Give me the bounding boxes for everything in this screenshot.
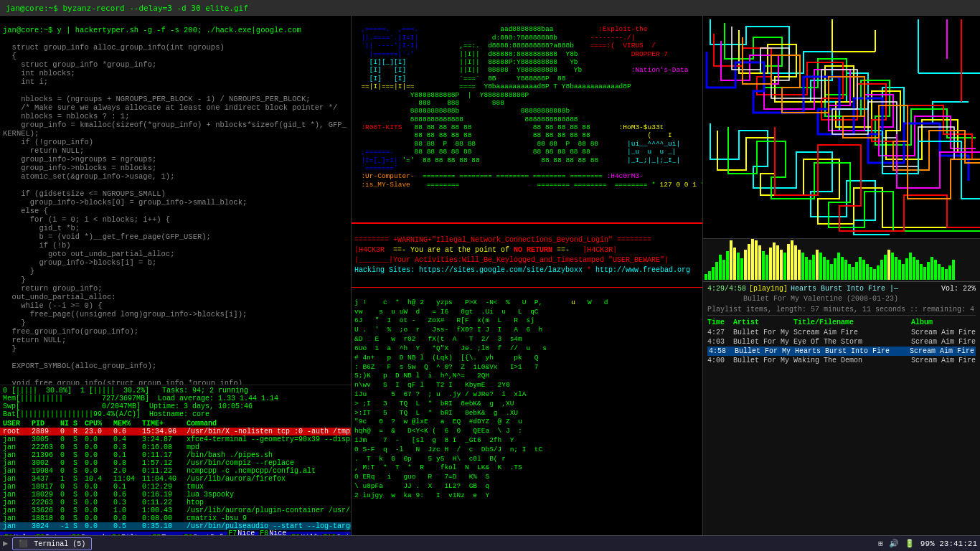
vol-bar — [758, 245, 761, 280]
vol-bar — [819, 253, 822, 280]
vol-bar — [794, 245, 797, 280]
col-time: TIME+ — [142, 420, 185, 428]
playlist-item-active: 4:58 Bullet For My Hearts Burst Into Fir… — [707, 347, 976, 356]
vol-bar — [895, 257, 897, 280]
col-cpu: CPU% — [85, 420, 112, 428]
taskbar-start-icon: ▶ — [3, 538, 8, 549]
col-time: Time — [707, 319, 730, 326]
player-panel: 4:29/4:58 [playing] Hearts Burst Into Fi… — [703, 281, 980, 535]
next-track-line: Bullet For My Valentine (2008-01-23) — [707, 295, 976, 303]
track-time: 4:00 — [707, 357, 730, 364]
vol-bar — [765, 255, 768, 280]
col-pid: PID — [32, 420, 59, 428]
track-artist: Bullet For My — [733, 357, 791, 364]
vol-bar — [798, 250, 801, 280]
nmap-svg — [703, 16, 980, 238]
proc-time: 15:34.96 — [142, 428, 185, 435]
vol-bar — [873, 269, 876, 280]
hack-ascii-art: ,=====. ,===. aad8888888baa :Exploit-the… — [352, 16, 702, 224]
topbar: jan@core:~$ byzanz-record --delay=3 -d 3… — [0, 0, 980, 16]
htop-process-row: jan3024-1S0.00.50:35.10/usr/bin/pulseaud… — [0, 522, 351, 530]
vol-bar — [719, 255, 722, 280]
vol-bar — [848, 264, 851, 280]
vol-bar — [751, 238, 754, 280]
track-title: Scream Aim Fire — [793, 329, 908, 336]
htop-f7[interactable]: F7Nice - — [225, 529, 257, 535]
col-user: USER — [3, 420, 30, 428]
vol-bar — [909, 253, 912, 280]
vol-bar — [927, 262, 930, 280]
col-title: Title/Filename — [793, 319, 908, 326]
current-track: Hearts Burst Into Fire |— — [791, 285, 938, 293]
htop-process-row: jan180290S0.00.60:16.19lua 3spooky — [0, 491, 351, 499]
vol-bar — [823, 257, 826, 280]
htop-process-row: jan213960S0.00.10:11.17/bin/bash ./pipes… — [0, 451, 351, 459]
vol-bar — [859, 257, 862, 280]
htop-swap-bar: Swp[ 0/2047MB] — [3, 402, 141, 410]
col-s: S — [73, 420, 83, 428]
col-artist: Artist — [733, 319, 791, 326]
proc-user: root — [3, 428, 30, 435]
vol-bar — [705, 274, 707, 280]
htop-process-row: jan188180S0.00.00:08.00cmatrix -bsu 9 — [0, 514, 351, 522]
player-status: [playing] — [749, 285, 788, 293]
htop-process-row: jan222630S0.00.30:16.08mpd — [0, 443, 351, 451]
vol-bar — [805, 257, 808, 280]
vol-bar — [740, 258, 743, 280]
proc-mem: 0.6 — [113, 428, 141, 435]
systray-network-icon: ⊞ — [878, 539, 883, 548]
terminal-display: jan@core:~$ y | hackertyper.sh -g -f -s … — [0, 16, 351, 385]
vol-bar — [913, 257, 915, 280]
track-album: Scream Aim Fire — [911, 338, 976, 346]
taskbar-clock: 99% 23:41:21 — [920, 540, 977, 548]
htop-process-row: jan34371S10.411:0411:04.40/usr/lib/auror… — [0, 475, 351, 483]
track-artist: Bullet For My — [733, 329, 791, 336]
vol-bar — [783, 253, 786, 280]
topbar-title: jan@core:~$ byzanz-record --delay=3 -d 3… — [6, 4, 248, 13]
right-panel: 4:29/4:58 [playing] Hearts Burst Into Fi… — [703, 16, 980, 535]
track-time: 4:27 — [707, 329, 730, 336]
htop-process-row: jan199840S0.02.00:11.22ncmpcpp -c .ncmpc… — [0, 467, 351, 475]
taskbar: ▶ ⬛ Terminal (5) ⊞ 🔊 🔋 99% 23:41:21 — [0, 535, 980, 551]
main-content: jan@core:~$ y | hackertyper.sh -g -f -s … — [0, 16, 980, 535]
col-mem: MEM% — [113, 420, 141, 428]
vol-bar — [920, 264, 923, 280]
htop-header-row: USER PID NI S CPU% MEM% TIME+ Command — [0, 420, 351, 428]
taskbar-items: ⬛ Terminal (5) — [12, 537, 92, 550]
htop-process-row: jan336260S0.01.01:00.43/usr/lib/aurora/p… — [0, 507, 351, 514]
vol-bar — [891, 253, 894, 280]
systray-battery-icon: 🔋 — [905, 539, 915, 548]
taskbar-terminal[interactable]: ⬛ Terminal (5) — [12, 537, 92, 550]
vol-bar — [948, 265, 951, 280]
playlist-columns: Time Artist Title/Filename Album — [707, 319, 976, 326]
vol-bar — [916, 260, 919, 280]
now-playing-row: 4:29/4:58 [playing] Hearts Burst Into Fi… — [707, 285, 976, 293]
vol-bar — [945, 269, 948, 280]
col-album: Album — [911, 319, 976, 326]
htop-process-row: jan30050S0.00.43:24.87xfce4-terminal --g… — [0, 435, 351, 443]
vol-bar — [726, 251, 729, 280]
vol-bar — [755, 240, 758, 280]
track-album: Scream Aim Fire — [911, 357, 976, 364]
htop-cpu-bars: 0 [||||| 30.8%] 1 [||||| 30.2%] — [3, 387, 149, 395]
htop-mem-bar: Mem[|||||||||| 727/3697MB] — [3, 395, 149, 402]
col-ni: NI — [60, 420, 72, 428]
vol-bar — [938, 264, 941, 280]
player-time: 4:29/4:58 — [707, 285, 746, 293]
vol-bar — [902, 264, 905, 280]
playlist-item: 4:00 Bullet For My Waking The Demon Scre… — [707, 356, 976, 365]
vol-bar — [830, 264, 833, 280]
vol-bar — [776, 245, 779, 280]
vol-bar — [708, 271, 711, 280]
vol-bar — [801, 253, 804, 280]
vol-bar — [826, 260, 829, 280]
vol-bar — [866, 264, 869, 280]
vol-bar — [722, 260, 725, 280]
terminal-prompt: jan@core:~$ y | hackertyper.sh -g -f -s … — [3, 26, 301, 34]
vol-bar — [791, 240, 793, 280]
htop-process-row: jan189170S0.00.10:12.29tmux — [0, 483, 351, 491]
systray-volume-icon: 🔊 — [889, 539, 899, 548]
track-title: Waking The Demon — [793, 357, 908, 364]
vol-bar — [934, 260, 937, 280]
htop-f8[interactable]: F8Nice + — [257, 529, 288, 535]
